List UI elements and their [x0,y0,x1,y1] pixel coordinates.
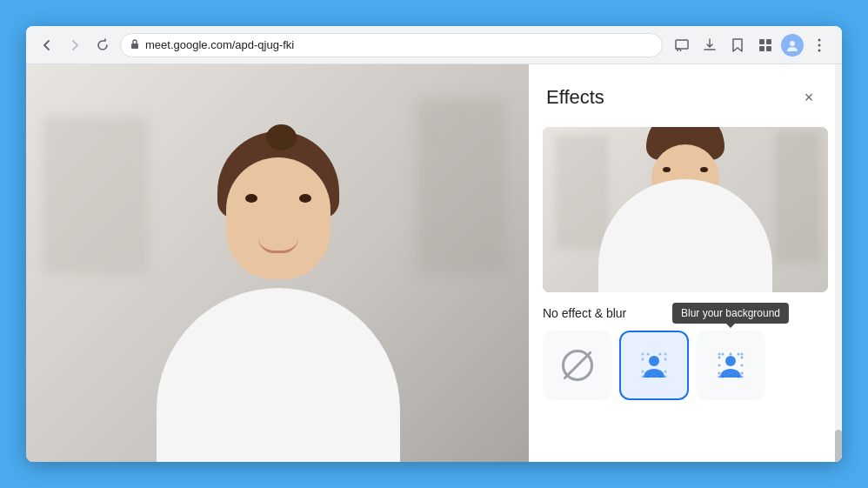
svg-rect-1 [676,40,688,49]
svg-point-28 [741,353,744,356]
toolbar-right [670,33,831,57]
svg-point-21 [647,376,650,378]
svg-point-33 [718,376,721,378]
svg-point-29 [718,357,721,359]
lock-icon [130,38,140,52]
svg-rect-4 [766,39,771,44]
address-bar[interactable]: meet.google.com/apd-qjug-fki [120,33,663,57]
url-text: meet.google.com/apd-qjug-fki [145,38,294,51]
bookmark-button[interactable] [725,33,750,57]
svg-point-7 [790,41,795,46]
svg-point-9 [818,43,821,46]
svg-point-15 [664,353,667,356]
svg-point-30 [741,357,744,359]
menu-button[interactable] [807,33,831,57]
download-button[interactable] [698,33,722,57]
svg-point-2 [677,50,678,51]
svg-rect-3 [759,39,765,44]
svg-point-36 [741,376,744,378]
effects-title: Effects [546,86,604,109]
svg-point-32 [741,372,744,375]
svg-point-24 [725,356,736,366]
section-label: No effect & blur [543,306,828,320]
svg-point-37 [718,364,721,367]
reload-button[interactable] [92,35,113,56]
effects-grid: Blur your background [543,331,828,400]
page-content: Effects × [26,64,842,462]
full-blur-item[interactable] [696,331,765,400]
svg-point-10 [818,49,821,51]
slight-blur-icon [638,350,670,381]
svg-point-12 [642,353,644,356]
svg-point-39 [730,353,732,356]
main-video [26,64,531,462]
profile-avatar[interactable] [781,34,804,57]
person-figure [130,104,426,462]
svg-point-13 [647,353,650,356]
no-effect-item[interactable] [543,331,612,400]
svg-point-20 [642,376,644,378]
svg-point-25 [718,353,721,356]
browser-toolbar: meet.google.com/apd-qjug-fki [26,26,842,64]
svg-point-34 [722,376,724,378]
effects-body: No effect & blur [529,292,842,462]
svg-point-35 [738,376,740,378]
svg-point-26 [722,353,724,356]
svg-point-8 [818,38,821,41]
slight-blur-item[interactable] [619,331,689,400]
svg-point-19 [664,371,667,373]
scrollbar-thumb[interactable] [835,430,842,462]
preview-video [543,127,828,292]
svg-rect-6 [766,46,771,51]
slight-blur-container [619,331,689,400]
svg-point-16 [642,358,644,361]
effects-header: Effects × [529,64,842,127]
svg-point-27 [738,353,740,356]
full-blur-icon [715,350,746,381]
no-effect-icon [562,350,593,381]
cast-button[interactable] [670,33,694,57]
svg-point-23 [664,376,667,378]
extensions-button[interactable] [753,33,778,57]
effects-panel: Effects × [529,64,842,462]
close-button[interactable]: × [793,82,825,113]
svg-point-14 [659,353,662,356]
svg-point-38 [741,364,744,367]
back-button[interactable] [37,35,57,56]
svg-point-17 [664,358,667,361]
browser-window: meet.google.com/apd-qjug-fki [26,26,842,462]
svg-rect-5 [759,46,765,51]
svg-rect-0 [131,43,138,49]
forward-button[interactable] [64,35,85,56]
video-background [26,64,531,462]
svg-point-18 [642,371,644,373]
scrollbar-track[interactable] [835,64,842,462]
svg-point-22 [659,376,662,378]
svg-point-31 [718,372,721,375]
svg-point-11 [649,356,659,366]
preview-area [543,127,828,292]
full-blur-container: Blur your background [696,331,765,400]
